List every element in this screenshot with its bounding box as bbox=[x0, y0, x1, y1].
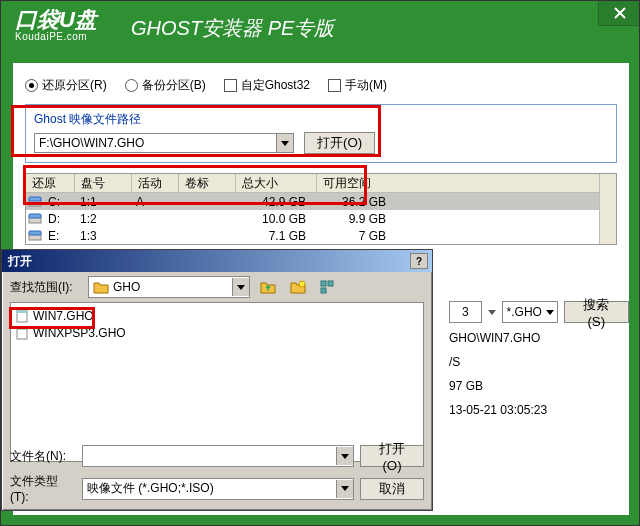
info-path: GHO\WIN7.GHO bbox=[449, 331, 540, 345]
cell-disk: 1:2 bbox=[74, 212, 130, 226]
drive-table: 还原 盘号 活动 卷标 总大小 可用空间 C:1:1A42.9 GB36.2 G… bbox=[25, 173, 617, 245]
cell-drive: E: bbox=[42, 229, 74, 243]
radio-backup-label: 备份分区(B) bbox=[142, 77, 206, 94]
spin-input[interactable]: 3 bbox=[449, 301, 482, 323]
filename-input[interactable] bbox=[82, 445, 354, 467]
cell-drive: C: bbox=[42, 195, 74, 209]
radio-restore[interactable]: 还原分区(R) bbox=[25, 77, 107, 94]
checkbox-manual-label: 手动(M) bbox=[345, 77, 387, 94]
app-logo-sub: KoudaiPE.com bbox=[15, 31, 87, 42]
chevron-down-icon bbox=[281, 141, 289, 146]
chevron-down-icon bbox=[341, 486, 349, 491]
dialog-toolbar: 查找范围(I): GHO bbox=[2, 272, 432, 302]
checkbox-ghost32-label: 自定Ghost32 bbox=[241, 77, 310, 94]
search-button-label: 搜索(S) bbox=[577, 296, 616, 329]
app-title: GHOST安装器 PE专版 bbox=[131, 15, 334, 42]
svg-rect-15 bbox=[17, 327, 27, 330]
col-disk[interactable]: 盘号 bbox=[75, 174, 132, 192]
checkbox-manual[interactable]: 手动(M) bbox=[328, 77, 387, 94]
view-menu-button[interactable] bbox=[316, 276, 340, 298]
mode-row: 还原分区(R) 备份分区(B) 自定Ghost32 手动(M) bbox=[25, 77, 617, 94]
info-mtime: 13-05-21 03:05:23 bbox=[449, 403, 547, 417]
chevron-down-icon bbox=[341, 454, 349, 459]
file-name: WINXPSP3.GHO bbox=[33, 326, 126, 340]
file-list[interactable]: WIN7.GHOWINXPSP3.GHO bbox=[10, 302, 424, 462]
dialog-cancel-button[interactable]: 取消 bbox=[360, 478, 424, 500]
view-icon bbox=[320, 280, 336, 294]
filetype-select[interactable]: 映像文件 (*.GHO;*.ISO) bbox=[82, 478, 354, 500]
col-restore[interactable]: 还原 bbox=[26, 174, 75, 192]
drive-icon bbox=[28, 196, 42, 208]
svg-rect-3 bbox=[29, 197, 41, 201]
col-label[interactable]: 卷标 bbox=[179, 174, 236, 192]
table-row[interactable]: C:1:1A42.9 GB36.2 GB bbox=[26, 193, 616, 210]
file-icon bbox=[15, 326, 29, 340]
checkbox-ghost32[interactable]: 自定Ghost32 bbox=[224, 77, 310, 94]
radio-dot-icon bbox=[25, 79, 38, 92]
up-one-level-button[interactable] bbox=[256, 276, 280, 298]
path-group-title: Ghost 映像文件路径 bbox=[34, 111, 608, 128]
close-button[interactable] bbox=[598, 1, 640, 26]
open-button[interactable]: 打开(O) bbox=[304, 132, 375, 154]
lookin-select[interactable]: GHO bbox=[88, 276, 250, 298]
dialog-open-button[interactable]: 打开(O) bbox=[360, 445, 424, 467]
lookin-label: 查找范围(I): bbox=[10, 279, 82, 296]
svg-rect-5 bbox=[29, 214, 41, 218]
path-value: F:\GHO\WIN7.GHO bbox=[35, 136, 276, 150]
filter-row: 3 *.GHO 搜索(S) bbox=[449, 301, 629, 323]
cell-drive: D: bbox=[42, 212, 74, 226]
lookin-dropdown-button[interactable] bbox=[232, 278, 249, 296]
file-icon bbox=[15, 309, 29, 323]
list-item[interactable]: WINXPSP3.GHO bbox=[15, 324, 419, 341]
info-fs: /S bbox=[449, 355, 460, 369]
cell-free: 9.9 GB bbox=[312, 212, 392, 226]
help-icon: ? bbox=[416, 256, 422, 267]
col-active[interactable]: 活动 bbox=[132, 174, 179, 192]
ext-filter-select[interactable]: *.GHO bbox=[502, 301, 558, 323]
dialog-open-label: 打开(O) bbox=[373, 440, 411, 473]
file-name: WIN7.GHO bbox=[33, 309, 94, 323]
new-folder-button[interactable] bbox=[286, 276, 310, 298]
col-size[interactable]: 总大小 bbox=[236, 174, 317, 192]
help-button[interactable]: ? bbox=[410, 253, 428, 269]
search-button[interactable]: 搜索(S) bbox=[564, 301, 629, 323]
spin-down-icon[interactable] bbox=[488, 310, 496, 315]
cell-free: 36.2 GB bbox=[312, 195, 392, 209]
dialog-titlebar[interactable]: 打开 ? bbox=[2, 250, 432, 272]
ext-filter-value: *.GHO bbox=[503, 305, 543, 319]
svg-rect-9 bbox=[321, 281, 326, 286]
checkbox-icon bbox=[224, 79, 237, 92]
lookin-value: GHO bbox=[113, 280, 232, 294]
path-input[interactable]: F:\GHO\WIN7.GHO bbox=[34, 133, 294, 153]
filetype-value: 映像文件 (*.GHO;*.ISO) bbox=[83, 480, 336, 497]
filetype-label: 文件类型(T): bbox=[10, 473, 76, 504]
path-group: Ghost 映像文件路径 F:\GHO\WIN7.GHO 打开(O) bbox=[25, 104, 617, 163]
checkbox-icon bbox=[328, 79, 341, 92]
radio-dot-icon bbox=[125, 79, 138, 92]
chevron-down-icon bbox=[237, 285, 245, 290]
cell-size: 42.9 GB bbox=[232, 195, 312, 209]
filetype-dropdown-button[interactable] bbox=[336, 480, 353, 498]
path-dropdown-button[interactable] bbox=[276, 134, 293, 152]
table-header: 还原 盘号 活动 卷标 总大小 可用空间 bbox=[26, 174, 616, 193]
radio-backup[interactable]: 备份分区(B) bbox=[125, 77, 206, 94]
cell-size: 10.0 GB bbox=[232, 212, 312, 226]
filename-dropdown-button[interactable] bbox=[336, 447, 353, 465]
spin-value: 3 bbox=[462, 305, 469, 319]
cell-disk: 1:1 bbox=[74, 195, 130, 209]
radio-restore-label: 还原分区(R) bbox=[42, 77, 107, 94]
drive-icon bbox=[28, 230, 42, 242]
scrollbar-vertical[interactable] bbox=[599, 174, 616, 244]
file-open-dialog: 打开 ? 查找范围(I): GHO WIN7.GHOWINXPSP3.GHO 文… bbox=[1, 249, 433, 511]
folder-up-icon bbox=[260, 280, 276, 294]
dialog-cancel-label: 取消 bbox=[379, 480, 405, 498]
col-free[interactable]: 可用空间 bbox=[317, 174, 397, 192]
filename-label: 文件名(N): bbox=[10, 448, 76, 465]
dialog-title: 打开 bbox=[8, 253, 32, 270]
table-row[interactable]: D:1:210.0 GB9.9 GB bbox=[26, 210, 616, 227]
table-row[interactable]: E:1:37.1 GB7 GB bbox=[26, 227, 616, 244]
new-folder-icon bbox=[290, 280, 306, 294]
list-item[interactable]: WIN7.GHO bbox=[15, 307, 419, 324]
svg-rect-11 bbox=[321, 288, 326, 293]
svg-rect-10 bbox=[328, 281, 333, 286]
